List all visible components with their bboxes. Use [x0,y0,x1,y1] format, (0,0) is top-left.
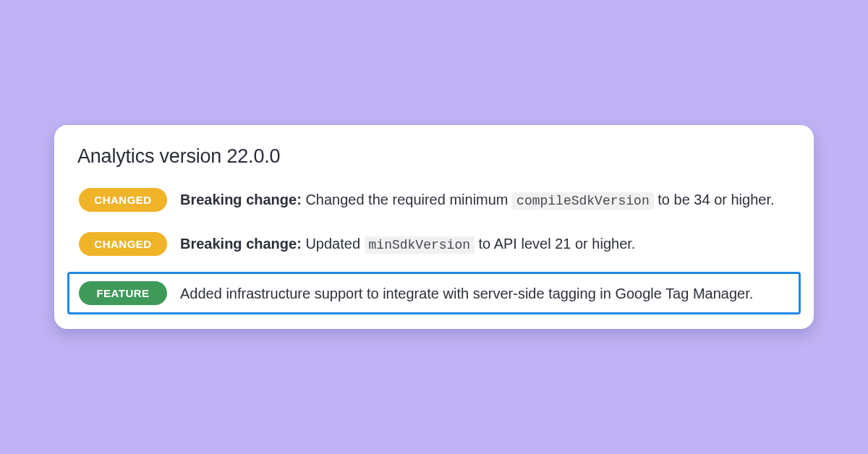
release-notes-card: Analytics version 22.0.0 CHANGED Breakin… [54,125,814,329]
desc-text-before: Changed the required minimum [302,192,512,207]
changed-badge: CHANGED [79,232,167,256]
breaking-change-label: Breaking change: [180,192,302,207]
breaking-change-label: Breaking change: [180,236,302,252]
desc-text-after: to be 34 or higher. [654,192,775,207]
desc-text: Added infrastructure support to integrat… [180,286,753,301]
feature-badge: FEATURE [79,281,167,305]
changelog-row: CHANGED Breaking change: Updated minSdkV… [75,228,793,260]
changelog-description: Added infrastructure support to integrat… [180,283,753,304]
desc-text-before: Updated [302,236,365,252]
desc-text-after: to API level 21 or higher. [475,236,635,252]
card-title: Analytics version 22.0.0 [77,145,793,168]
changelog-row-highlighted: FEATURE Added infrastructure support to … [67,272,801,314]
changed-badge: CHANGED [79,188,167,212]
code-token: minSdkVersion [365,236,475,254]
changelog-description: Breaking change: Changed the required mi… [180,189,775,211]
changelog-description: Breaking change: Updated minSdkVersion t… [180,233,635,255]
changelog-row: CHANGED Breaking change: Changed the req… [75,184,793,216]
code-token: compileSdkVersion [512,192,654,210]
